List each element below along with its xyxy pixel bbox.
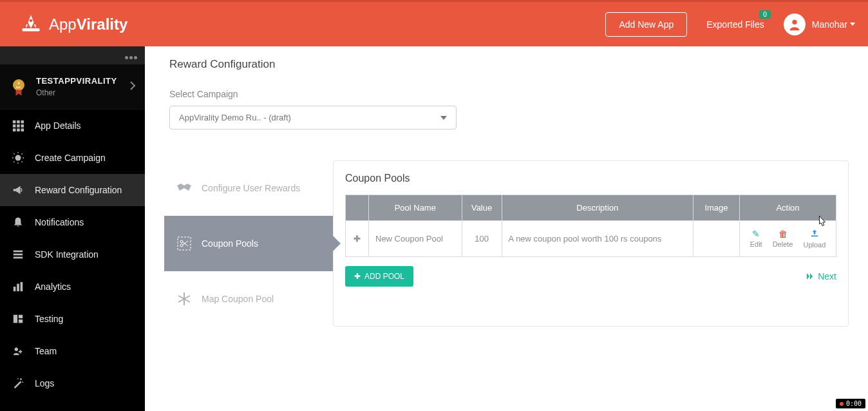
svg-rect-33 [811,236,818,237]
svg-rect-11 [21,124,24,128]
layout-icon [12,312,24,325]
svg-text:BEST: BEST [16,86,21,88]
svg-rect-23 [19,315,23,318]
panel-title: Coupon Pools [345,173,836,184]
sidebar-item-label: SDK Integration [35,249,99,260]
chevron-right-icon [129,81,136,93]
scissors-icon [176,235,193,252]
next-button[interactable]: Next [806,271,836,282]
plus-icon: ✚ [354,234,361,244]
sidebar-collapse-handle[interactable] [0,46,145,64]
svg-rect-20 [17,284,19,292]
sidebar-item-label: App Details [35,120,81,131]
main-content: Reward Configuration Select Campaign App… [145,46,868,411]
sidebar-item-sdk-integration[interactable]: SDK Integration [0,238,145,271]
add-new-app-button[interactable]: Add New App [605,12,687,37]
add-pool-button[interactable]: ✚ ADD POOL [345,266,413,287]
row-expand[interactable]: ✚ [346,221,369,257]
app-subtitle: Other [36,88,122,97]
sidebar-item-label: Logs [35,378,54,388]
sidebar-item-app-details[interactable]: App Details [0,110,145,142]
svg-point-25 [15,348,18,351]
select-campaign-label: Select Campaign [169,89,849,99]
exported-files-link[interactable]: Exported Files 0 [706,19,764,30]
sidebar: 3 BEST TESTAPPVIRALITY Other App Details… [0,46,145,411]
header: AppVirality Add New App Exported Files 0… [0,0,868,46]
sidebar-item-reward-configuration[interactable]: Reward Configuration [0,174,145,206]
wizard-steps: Configure User Rewards Coupon Pools Map … [164,160,333,327]
svg-rect-17 [14,254,23,256]
svg-rect-24 [19,320,23,323]
sidebar-item-create-campaign[interactable]: Create Campaign [0,142,145,174]
svg-point-1 [30,19,33,22]
svg-rect-16 [14,251,23,253]
wizard-step-label: Map Coupon Pool [202,294,274,304]
svg-point-2 [792,19,797,24]
svg-point-27 [22,381,23,383]
sidebar-item-notifications[interactable]: Notifications [0,206,145,238]
svg-point-30 [180,240,183,243]
svg-point-15 [15,155,21,161]
upload-action[interactable]: Upload [803,229,826,249]
wizard-step-map-pool[interactable]: Map Coupon Pool [164,271,333,327]
select-campaign-dropdown[interactable]: AppVirality Demo Ru.. - (draft) [169,106,457,129]
snowflake-icon [176,291,193,307]
svg-rect-7 [17,120,20,124]
sidebar-item-label: Reward Configuration [35,185,122,195]
delete-action[interactable]: 🗑 Delete [773,229,793,249]
chart-icon [12,280,24,293]
app-selector[interactable]: 3 BEST TESTAPPVIRALITY Other [0,64,145,110]
sidebar-item-analytics[interactable]: Analytics [0,271,145,303]
medal-icon: 3 BEST [9,77,28,97]
wizard-step-label: Configure User Rewards [202,183,300,193]
svg-rect-12 [13,129,16,132]
handshake-icon [176,180,193,196]
wizard-step-label: Coupon Pools [202,238,258,249]
svg-rect-21 [21,282,23,291]
app-logo[interactable]: AppVirality [19,13,605,36]
user-menu[interactable]: Manohar [784,14,855,35]
table-row: ✚ New Coupon Pool 100 A new coupon pool … [346,221,836,257]
svg-rect-0 [23,28,40,32]
sidebar-item-label: Notifications [35,217,84,227]
sidebar-item-testing[interactable]: Testing [0,303,145,335]
forward-icon [806,272,814,280]
team-icon [12,345,24,358]
svg-point-32 [183,298,185,300]
svg-rect-19 [14,287,16,291]
avatar-icon [784,14,806,35]
page-title: Reward Configuration [164,58,849,71]
sidebar-item-team[interactable]: Team [0,335,145,367]
svg-rect-10 [17,124,20,128]
svg-rect-8 [21,120,24,124]
plus-icon: ✚ [354,272,361,281]
svg-point-28 [17,378,19,379]
status-bar: 0:00 [836,399,865,408]
svg-rect-18 [14,257,23,259]
upload-icon [803,229,826,240]
lightbulb-icon [12,151,24,164]
edit-action[interactable]: ✎ Edit [750,229,762,249]
sidebar-item-logs[interactable]: Logs [0,367,145,399]
wizard-step-coupon-pools[interactable]: Coupon Pools [164,216,333,271]
sidebar-item-label: Testing [35,314,63,324]
sidebar-item-label: Create Campaign [35,153,106,163]
coupon-pools-table: Pool Name Value Description Image Action… [345,195,836,257]
svg-rect-9 [13,124,16,128]
wand-icon [12,377,24,390]
app-title: TESTAPPVIRALITY [36,76,122,86]
grid-icon [12,119,24,132]
wizard-step-configure-rewards[interactable]: Configure User Rewards [164,160,333,216]
sidebar-item-label: Team [35,346,57,356]
record-icon [840,402,844,406]
svg-rect-14 [21,129,24,132]
rocket-icon [19,13,42,36]
sidebar-item-label: Analytics [35,282,71,292]
edit-icon: ✎ [750,229,762,239]
svg-point-26 [20,378,22,380]
svg-rect-22 [14,315,17,323]
coupon-pools-panel: Coupon Pools Pool Name Value Description… [333,160,849,327]
svg-rect-6 [13,120,16,124]
list-icon [12,248,24,261]
svg-rect-13 [17,129,20,132]
